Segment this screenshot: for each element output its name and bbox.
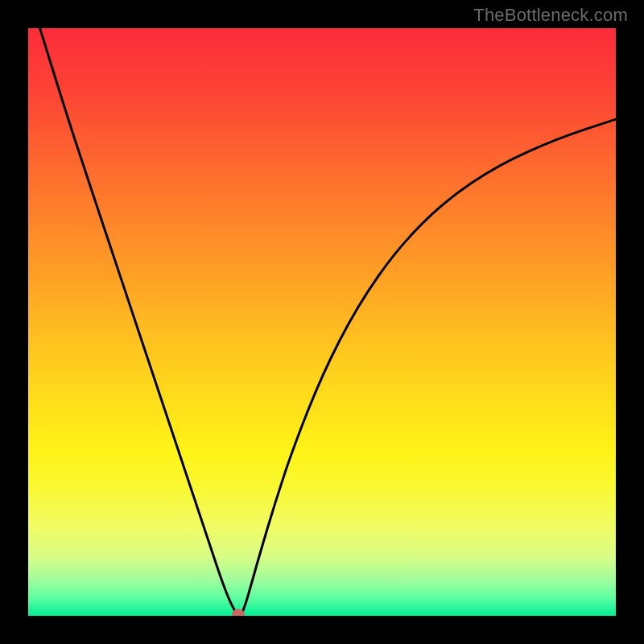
chart-frame: TheBottleneck.com	[0, 0, 644, 644]
curve-line	[28, 28, 616, 616]
min-marker	[232, 609, 245, 617]
watermark-text: TheBottleneck.com	[473, 5, 628, 26]
plot-area	[28, 28, 616, 616]
